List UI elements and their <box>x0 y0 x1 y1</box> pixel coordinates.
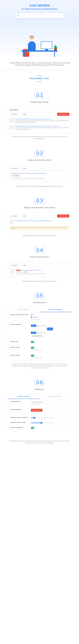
demo-preview: Ajax Search All categories Search produc… <box>8 107 71 133</box>
setting-label: Choose element types to search <box>10 314 28 315</box>
section-label: Display the price of the products <box>8 159 71 161</box>
demo-preview: All categories Search products Samsung G… <box>8 212 71 232</box>
section-04: 040.4 Products with promotions All categ… <box>0 242 79 287</box>
category-select[interactable]: All categories <box>10 113 21 116</box>
setting-row: Choose element types to search All Produ… <box>8 312 71 322</box>
setting-label: Search in title <box>10 341 28 342</box>
settings-panel: GENERAL SETTINGS SEARCH PARAMETERS Choos… <box>8 307 71 360</box>
section-05: 050.5 Advanced search GENERAL SETTINGS S… <box>0 287 79 374</box>
section-number: 020.2 <box>8 148 71 159</box>
submit-preview-button[interactable]: Search products <box>31 409 42 412</box>
result-dropdown[interactable]: PromoSamsung Galaxy S20 FE 5G | Factory … <box>10 268 69 276</box>
result-thumbnail <box>11 270 15 274</box>
toggle-search-title[interactable] <box>31 341 35 343</box>
input-search-label[interactable] <box>31 401 54 404</box>
result-title: Samsung Galaxy S20 FE 5G | Factory Unloc… <box>15 220 53 222</box>
section-01: 010.1 Display Product Preview Ajax Searc… <box>0 87 79 145</box>
setting-row: Search in content search in the full con… <box>8 353 71 360</box>
section-description: Display also the price in the search res… <box>8 185 71 187</box>
setting-label: Minimum number of characters <box>10 417 28 418</box>
demo-preview: All categories PromoSamsung Galaxy S20 F… <box>8 262 71 278</box>
category-select[interactable]: All categories <box>10 264 21 267</box>
features-heading: FEATURES LIST <box>0 70 79 87</box>
setting-label: Search in post meta <box>10 324 28 325</box>
search-button[interactable]: Search products <box>57 214 69 218</box>
result-thumbnail <box>10 220 14 224</box>
result-title: Samsung Galaxy S20 FE 5G | Factory Unloc… <box>15 118 69 120</box>
slider-max-results[interactable] <box>31 422 54 423</box>
category-select[interactable]: All categories <box>10 214 21 218</box>
search-input[interactable] <box>22 167 69 170</box>
section-label: Display Product Preview <box>8 101 71 103</box>
setting-label: Maximum number of results <box>10 422 28 423</box>
section-description: To make your products easier to find and… <box>8 363 71 369</box>
section-06: 060.6 Search form GENERAL SETTINGS SEARC… <box>0 374 79 436</box>
setting-row: Search submit label Search productsLabel… <box>8 407 71 415</box>
hint-text: choose items type here <box>31 319 69 320</box>
demo-title: Ajax Search <box>10 109 69 111</box>
meta-tag[interactable]: _product_attributes × <box>32 335 43 337</box>
hero-subtitle: for WooCommerce and WordPress <box>2 8 77 10</box>
result-dropdown[interactable]: Samsung Galaxy S20 FE 5G | Factory Unloc… <box>10 171 69 181</box>
search-input[interactable] <box>22 264 69 267</box>
search-input[interactable] <box>22 214 56 218</box>
conclusion-text: The search form is customisable, startin… <box>0 436 79 452</box>
settings-panel: GENERAL SETTINGS SEARCH PARAMETERS Searc… <box>8 394 71 431</box>
result-desc: Pro Grade Camera: The new Samsung Galaxy… <box>16 273 68 274</box>
hero-search-illustration <box>15 13 64 18</box>
tab-search-parameters[interactable]: SEARCH PARAMETERS <box>39 394 71 399</box>
tab-general-settings[interactable]: GENERAL SETTINGS <box>8 308 39 312</box>
toggle-search-content[interactable] <box>31 354 35 357</box>
setting-label: Search in excerpt <box>10 347 28 348</box>
section-number: 030.3 <box>8 195 71 206</box>
section-label: Advanced search <box>8 302 71 304</box>
setting-label: Search in content <box>10 354 28 356</box>
radio-all[interactable]: All <box>31 314 69 316</box>
demo-preview: All categories Samsung Galaxy S20 FE 5G … <box>8 165 71 183</box>
toggle-category-list[interactable] <box>31 427 35 429</box>
setting-row: Minimum number of characters <box>8 415 71 420</box>
toggle-search-excerpt[interactable] <box>31 347 35 349</box>
radio-products[interactable]: Products <box>31 316 69 318</box>
way-chip: Way 1 <box>31 324 36 327</box>
result-title: Samsung Galaxy S20 FE 5G | Factory Unloc… <box>11 173 68 174</box>
search-input[interactable] <box>22 113 56 116</box>
search-result[interactable]: Samsung Galaxy S20 FE 5G | Factory Unloc… <box>10 117 69 124</box>
tab-search-parameters[interactable]: SEARCH PARAMETERS <box>39 308 71 312</box>
setting-label: Search submit label <box>10 409 28 410</box>
section-description: Display helpful information about the pr… <box>8 235 71 236</box>
setting-row: Show the category list <box>8 425 71 431</box>
search-result[interactable]: Samsung Galaxy S21 Ultra 5G | Factory Un… <box>10 124 69 131</box>
meta-search-input[interactable] <box>31 328 46 330</box>
price-badge: Price: £699.99 <box>11 174 20 177</box>
intro-text: The AJAX SEARCH for Woocommerce plugin i… <box>0 58 79 70</box>
section-02: 020.2 Display the price of the products … <box>0 145 79 192</box>
setting-row: Search in title <box>8 339 71 345</box>
section-number: 060.6 <box>8 377 71 388</box>
setting-label: Show the category list <box>10 427 28 428</box>
section-label: Products with promotions <box>8 256 71 258</box>
tab-general-settings[interactable]: GENERAL SETTINGS <box>8 394 39 399</box>
setting-label: Search input label <box>10 401 28 402</box>
setting-row: Search input label Label for search inpu… <box>8 399 71 407</box>
slider-min-chars[interactable] <box>31 418 54 418</box>
setting-row: Search in excerpt search in product exce… <box>8 345 71 353</box>
result-title: Samsung Galaxy S20 FE 5G | Factory U… <box>21 270 43 271</box>
section-label: Search form <box>8 388 71 390</box>
section-number: 040.4 <box>8 244 71 256</box>
result-thumbnail <box>10 118 14 122</box>
hero-section: AJAX SEARCH for WooCommerce and WordPres… <box>0 0 79 58</box>
hero-title: AJAX SEARCH <box>2 4 77 7</box>
setting-row: Maximum number of results <box>8 420 71 425</box>
price-line: Price: £699.99£400.00 <box>16 272 68 272</box>
category-select[interactable]: All categories <box>10 167 21 170</box>
section-number: 010.1 <box>8 90 71 101</box>
search-result[interactable]: Samsung Galaxy S20 FE 5G | Factory Unloc… <box>10 219 69 225</box>
result-desc: Pro Grade Camera: The new Samsung Galaxy… <box>11 178 68 179</box>
search-button[interactable]: Search products <box>57 113 69 116</box>
section-label: Display a short description of the produ… <box>8 206 71 208</box>
promo-badge: Promo <box>16 270 20 271</box>
meta-search-button[interactable]: Search <box>47 328 53 330</box>
result-desc: Pro Grade Camera: Zoom in close, take ph… <box>15 127 69 130</box>
section-description: For better usability, you can show an im… <box>8 136 71 140</box>
